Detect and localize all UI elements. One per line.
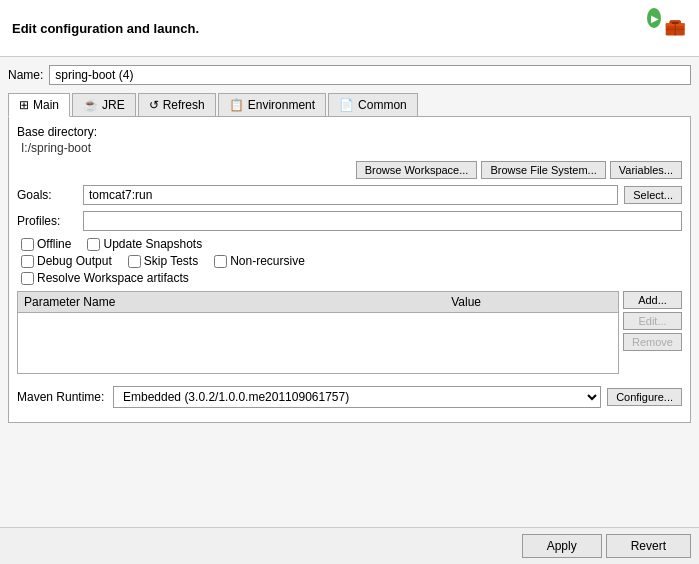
name-input[interactable] (49, 65, 691, 85)
offline-checkbox[interactable] (21, 238, 34, 251)
edit-button[interactable]: Edit... (623, 312, 682, 330)
main-tab-icon: ⊞ (19, 98, 29, 112)
header-icon-area: ▶ (647, 8, 687, 48)
parameter-table-body (18, 313, 618, 373)
revert-button[interactable]: Revert (606, 534, 691, 558)
goals-label: Goals: (17, 188, 77, 202)
non-recursive-checkbox[interactable] (214, 255, 227, 268)
common-tab-label: Common (358, 98, 407, 112)
configure-button[interactable]: Configure... (607, 388, 682, 406)
checkboxes-section: Offline Update Snapshots Debug Output Sk… (17, 237, 682, 285)
refresh-tab-icon: ↺ (149, 98, 159, 112)
checkbox-row-2: Debug Output Skip Tests Non-recursive (21, 254, 682, 268)
resolve-workspace-label: Resolve Workspace artifacts (37, 271, 189, 285)
variables-button[interactable]: Variables... (610, 161, 682, 179)
base-directory-label: Base directory: (17, 125, 682, 139)
goals-row: Goals: Select... (17, 185, 682, 205)
debug-output-checkbox-item: Debug Output (21, 254, 112, 268)
tab-refresh[interactable]: ↺ Refresh (138, 93, 216, 116)
update-snapshots-checkbox-item: Update Snapshots (87, 237, 202, 251)
profiles-label: Profiles: (17, 214, 77, 228)
environment-tab-icon: 📋 (229, 98, 244, 112)
maven-runtime-label: Maven Runtime: (17, 390, 107, 404)
tab-main[interactable]: ⊞ Main (8, 93, 70, 117)
checkbox-row-1: Offline Update Snapshots (21, 237, 682, 251)
header: Edit configuration and launch. ▶ (0, 0, 699, 57)
add-button[interactable]: Add... (623, 291, 682, 309)
debug-output-label: Debug Output (37, 254, 112, 268)
profiles-row: Profiles: (17, 211, 682, 231)
skip-tests-checkbox-item: Skip Tests (128, 254, 198, 268)
profiles-input[interactable] (83, 211, 682, 231)
debug-output-checkbox[interactable] (21, 255, 34, 268)
parameter-table: Parameter Name Value (18, 292, 618, 373)
checkbox-row-3: Resolve Workspace artifacts (21, 271, 682, 285)
bottom-bar: Apply Revert (0, 527, 699, 564)
table-row-empty (18, 313, 618, 373)
resolve-workspace-checkbox-item: Resolve Workspace artifacts (21, 271, 189, 285)
browse-filesystem-button[interactable]: Browse File System... (481, 161, 605, 179)
page-title: Edit configuration and launch. (12, 21, 199, 36)
update-snapshots-label: Update Snapshots (103, 237, 202, 251)
toolbox-icon (663, 8, 687, 44)
col-value: Value (445, 292, 618, 313)
name-row: Name: (8, 65, 691, 85)
maven-runtime-select[interactable]: Embedded (3.0.2/1.0.0.me201109061757) (113, 386, 601, 408)
offline-label: Offline (37, 237, 71, 251)
skip-tests-label: Skip Tests (144, 254, 198, 268)
tab-common[interactable]: 📄 Common (328, 93, 418, 116)
common-tab-icon: 📄 (339, 98, 354, 112)
table-action-buttons: Add... Edit... Remove (619, 291, 682, 380)
main-tab-label: Main (33, 98, 59, 112)
run-icon: ▶ (647, 8, 661, 28)
browse-buttons-row: Browse Workspace... Browse File System..… (17, 161, 682, 179)
parameter-table-section: Parameter Name Value Add... Edit.. (17, 291, 682, 380)
remove-button[interactable]: Remove (623, 333, 682, 351)
maven-runtime-row: Maven Runtime: Embedded (3.0.2/1.0.0.me2… (17, 386, 682, 408)
main-panel: Base directory: I:/spring-boot Browse Wo… (8, 117, 691, 423)
browse-workspace-button[interactable]: Browse Workspace... (356, 161, 478, 179)
non-recursive-label: Non-recursive (230, 254, 305, 268)
apply-button[interactable]: Apply (522, 534, 602, 558)
update-snapshots-checkbox[interactable] (87, 238, 100, 251)
jre-tab-icon: ☕ (83, 98, 98, 112)
tab-jre[interactable]: ☕ JRE (72, 93, 136, 116)
refresh-tab-label: Refresh (163, 98, 205, 112)
base-directory-value: I:/spring-boot (17, 139, 682, 157)
jre-tab-label: JRE (102, 98, 125, 112)
name-label: Name: (8, 68, 43, 82)
non-recursive-checkbox-item: Non-recursive (214, 254, 305, 268)
goals-input[interactable] (83, 185, 618, 205)
select-goals-button[interactable]: Select... (624, 186, 682, 204)
skip-tests-checkbox[interactable] (128, 255, 141, 268)
tabs-bar: ⊞ Main ☕ JRE ↺ Refresh 📋 Environment 📄 C… (8, 93, 691, 117)
offline-checkbox-item: Offline (21, 237, 71, 251)
resolve-workspace-checkbox[interactable] (21, 272, 34, 285)
parameter-table-container: Parameter Name Value (17, 291, 619, 374)
col-parameter-name: Parameter Name (18, 292, 445, 313)
environment-tab-label: Environment (248, 98, 315, 112)
tab-environment[interactable]: 📋 Environment (218, 93, 326, 116)
